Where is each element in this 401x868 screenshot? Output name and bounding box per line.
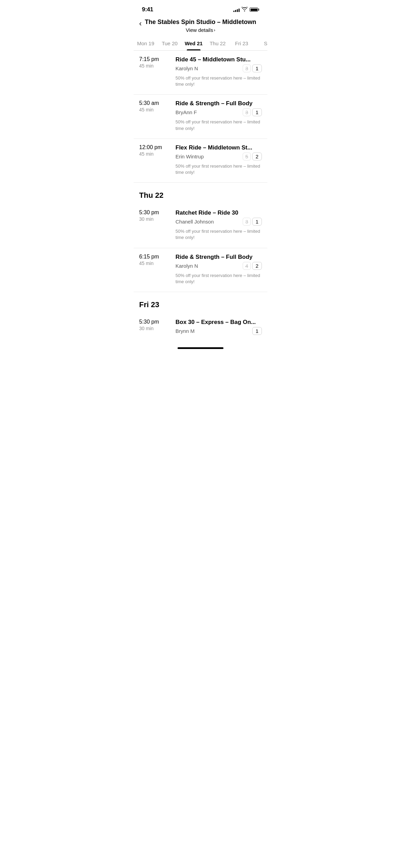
class-instructor: Chanell Johnson (175, 219, 214, 225)
tab-thu22[interactable]: Thu 22 (206, 37, 230, 50)
tab-fri23[interactable]: Fri 23 (230, 37, 254, 50)
day-tabs: Mon 19 Tue 20 Wed 21 Thu 22 Fri 23 S (134, 37, 267, 51)
class-promo: 50% off your first reservation here – li… (175, 163, 262, 176)
class-time: 12:00 pm (139, 144, 170, 150)
class-spots: 3 1 (243, 64, 262, 72)
class-item[interactable]: 5:30 am 45 min Ride & Strength – Full Bo… (134, 95, 267, 138)
class-name: Box 30 – Express – Bag On... (175, 319, 262, 326)
spots-available: 2 (252, 262, 262, 270)
signal-icon (233, 7, 240, 12)
class-item[interactable]: 6:15 pm 45 min Ride & Strength – Full Bo… (134, 248, 267, 292)
spots-strikethrough: 3 (243, 64, 251, 72)
class-spots: 4 2 (243, 262, 262, 270)
schedule-content: 7:15 pm 45 min Ride 45 – Middletown Stu.… (134, 51, 267, 352)
spots-available: 1 (252, 64, 262, 72)
class-name: Ride & Strength – Full Body (175, 254, 262, 261)
class-spots: 5 2 (243, 153, 262, 160)
class-instructor: Karolyn N (175, 65, 198, 71)
class-instructor: Brynn M (175, 328, 195, 334)
day-section-header-fri23: Fri 23 (134, 292, 267, 313)
class-promo: 50% off your first reservation here – li… (175, 75, 262, 87)
class-duration: 45 min (139, 107, 170, 112)
class-duration: 45 min (139, 63, 170, 69)
day-header-title: Thu 22 (139, 191, 262, 200)
class-time: 5:30 am (139, 100, 170, 106)
chevron-right-icon: › (214, 27, 215, 33)
class-promo: 50% off your first reservation here – li… (175, 119, 262, 131)
class-promo: 50% off your first reservation here – li… (175, 228, 262, 241)
class-duration: 45 min (139, 151, 170, 157)
spots-available: 2 (252, 153, 262, 160)
header: ‹ The Stables Spin Studio – Middletown V… (134, 16, 267, 37)
spots-strikethrough: 3 (243, 108, 251, 116)
back-button[interactable]: ‹ (139, 19, 142, 28)
day-header-title: Fri 23 (139, 300, 262, 309)
class-time: 7:15 pm (139, 56, 170, 62)
home-indicator (178, 347, 223, 349)
class-duration: 30 min (139, 326, 170, 331)
class-name: Flex Ride – Middletown St... (175, 144, 262, 151)
status-icons (233, 7, 259, 12)
day-section-header-thu22: Thu 22 (134, 183, 267, 204)
tab-sat[interactable]: S (254, 37, 267, 50)
class-duration: 45 min (139, 261, 170, 266)
spots-available: 1 (252, 108, 262, 116)
wifi-icon (242, 7, 247, 12)
tab-tue20[interactable]: Tue 20 (158, 37, 182, 50)
spots-strikethrough: 3 (243, 218, 251, 226)
battery-icon (250, 8, 259, 12)
class-time: 6:15 pm (139, 254, 170, 260)
class-instructor: BryAnn F (175, 109, 197, 115)
tab-mon19[interactable]: Mon 19 (134, 37, 158, 50)
status-time: 9:41 (142, 6, 153, 13)
studio-title: The Stables Spin Studio – Middletown (145, 19, 256, 26)
tab-wed21[interactable]: Wed 21 (182, 37, 206, 50)
class-instructor: Erin Wintrup (175, 154, 204, 159)
class-duration: 30 min (139, 216, 170, 222)
class-time: 5:30 pm (139, 319, 170, 325)
class-name: Ride 45 – Middletown Stu... (175, 56, 262, 63)
class-instructor: Karolyn N (175, 263, 198, 269)
class-name: Ratchet Ride – Ride 30 (175, 209, 262, 216)
view-details-link[interactable]: View details › (186, 27, 215, 33)
spots-strikethrough: 4 (243, 262, 251, 270)
class-spots: 1 (252, 327, 262, 335)
class-item[interactable]: 7:15 pm 45 min Ride 45 – Middletown Stu.… (134, 51, 267, 95)
class-item[interactable]: 5:30 pm 30 min Ratchet Ride – Ride 30 Ch… (134, 204, 267, 248)
class-promo: 50% off your first reservation here – li… (175, 273, 262, 285)
class-spots: 3 1 (243, 218, 262, 226)
spots-strikethrough: 5 (243, 153, 251, 160)
status-bar: 9:41 (134, 0, 267, 16)
spots-available: 1 (252, 218, 262, 226)
class-spots: 3 1 (243, 108, 262, 116)
spots-available: 1 (252, 327, 262, 335)
class-name: Ride & Strength – Full Body (175, 100, 262, 107)
class-item[interactable]: 5:30 pm 30 min Box 30 – Express – Bag On… (134, 313, 267, 342)
class-item[interactable]: 12:00 pm 45 min Flex Ride – Middletown S… (134, 139, 267, 183)
class-time: 5:30 pm (139, 209, 170, 216)
